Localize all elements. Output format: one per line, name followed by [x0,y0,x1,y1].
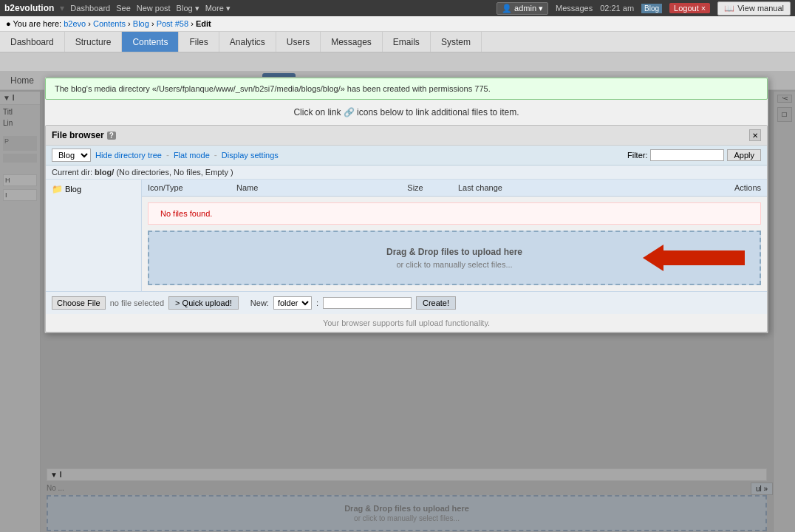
arrow-head-icon [643,245,663,271]
topnav-dashboard[interactable]: Dashboard [70,4,110,13]
drag-drop-title: Drag & Drop files to upload here [386,247,522,257]
flat-mode-link[interactable]: Flat mode [174,151,210,160]
colon-sep: : [316,299,318,307]
arrow-body [663,250,745,265]
alert-box: The blog's media directory «/Users/fplan… [45,78,768,100]
browser-support-text: Your browser supports full upload functi… [46,314,767,332]
current-dir-bar: Current dir: blog/ (No directories, No f… [46,166,767,180]
logout-btn[interactable]: Logout × [669,3,710,13]
fb-file-list: Icon/Type Name Size Last change Actions … [142,180,767,291]
directory-tree: 📁 Blog [46,180,142,291]
top-bar-left: b2evolution ▾ Dashboard See New post Blo… [4,3,231,13]
quick-upload-button[interactable]: > Quick upload! [168,296,239,310]
file-browser-header: File browser ? ✕ [46,126,767,146]
folder-icon: 📁 [52,184,63,194]
blog-select[interactable]: Blog [52,149,91,162]
file-browser-modal: The blog's media directory «/Users/fplan… [44,77,768,333]
drag-drop-area[interactable]: Drag & Drop files to upload here or clic… [148,231,761,285]
fb-toolbar: Blog Hide directory tree - Flat mode - D… [46,146,767,166]
topnav-more[interactable]: More ▾ [205,4,231,13]
time-display: 02:21 am [600,4,634,13]
admin-icon: 👤 [502,4,512,13]
col-icon-type: Icon/Type [142,180,231,197]
breadcrumb-action: Edit [196,19,211,28]
breadcrumb-bar: ● You are here: b2evo › Contents › Blog … [0,16,795,32]
brand-logo[interactable]: b2evolution [4,3,54,13]
filter-input[interactable] [650,149,724,161]
admin-menu[interactable]: 👤 admin ▾ [497,2,548,15]
topnav-newpost[interactable]: New post [137,4,171,13]
drag-drop-sub: or click to manually select files... [396,260,512,269]
hide-dir-tree-link[interactable]: Hide directory tree [95,151,162,160]
arrow-decoration [643,245,745,271]
close-button[interactable]: ✕ [749,129,761,141]
new-type-select[interactable]: folder [273,296,312,310]
mainnav-dashboard[interactable]: Dashboard [0,32,65,52]
breadcrumb-b2evo[interactable]: b2evo [64,19,86,28]
breadcrumb: ● You are here: b2evo › Contents › Blog … [6,19,211,28]
topnav-see[interactable]: See [116,4,131,13]
help-icon[interactable]: ? [107,132,116,140]
file-browser-title: File browser ? [52,130,116,140]
main-nav: Dashboard Structure Contents Files Analy… [0,32,795,52]
mainnav-users[interactable]: Users [276,32,321,52]
table-header-row: Icon/Type Name Size Last change Actions [142,180,767,197]
display-settings-link[interactable]: Display settings [222,151,279,160]
breadcrumb-post[interactable]: Post #58 [157,19,188,28]
top-bar: b2evolution ▾ Dashboard See New post Blo… [0,0,795,16]
topnav-blog[interactable]: Blog ▾ [177,4,199,13]
info-text: Click on link 🔗 icons below to link addi… [45,107,768,117]
col-last-change: Last change [452,180,570,197]
col-name: Name [231,180,378,197]
new-label: New: [250,299,269,307]
breadcrumb-blog[interactable]: Blog [133,19,149,28]
mainnav-emails[interactable]: Emails [383,32,431,52]
mainnav-messages[interactable]: Messages [321,32,383,52]
choose-file-button[interactable]: Choose File [52,296,106,310]
filter-label: Filter: [627,151,648,160]
mainnav-structure[interactable]: Structure [65,32,123,52]
apply-button[interactable]: Apply [727,149,761,161]
file-browser: File browser ? ✕ Blog Hide directory tre… [45,125,768,332]
upload-bar: Choose File no file selected > Quick upl… [46,291,767,314]
tree-blog-item[interactable]: 📁 Blog [49,183,138,196]
file-table: Icon/Type Name Size Last change Actions [142,180,767,197]
curdir-info: (No directories, No files, Empty ) [116,168,233,177]
mainnav-system[interactable]: System [431,32,482,52]
fb-filter: Filter: Apply [627,149,761,161]
breadcrumb-contents[interactable]: Contents [93,19,126,28]
no-file-selected: no file selected [110,299,164,307]
col-size: Size [378,180,452,197]
fb-toolbar-left: Blog Hide directory tree - Flat mode - D… [52,149,279,162]
mainnav-files[interactable]: Files [179,32,219,52]
new-name-input[interactable] [323,297,412,309]
messages-link[interactable]: Messages [556,4,593,13]
mainnav-contents[interactable]: Contents [122,32,179,52]
manual-icon: 📖 [724,4,734,13]
top-bar-right: 👤 admin ▾ Messages 02:21 am Blog Logout … [497,1,791,16]
mainnav-analytics[interactable]: Analytics [219,32,276,52]
alert-message: The blog's media directory «/Users/fplan… [55,84,491,93]
curdir-value: blog/ [95,168,114,177]
col-actions: Actions [570,180,767,197]
view-manual-button[interactable]: 📖 View manual [717,1,791,16]
fb-body: 📁 Blog Icon/Type Name Size Last ch [46,180,767,291]
curdir-label: Current dir: [52,168,92,177]
create-button[interactable]: Create! [416,296,456,310]
no-files-message: No files found. [148,202,761,225]
blog-label: Blog [641,4,662,13]
